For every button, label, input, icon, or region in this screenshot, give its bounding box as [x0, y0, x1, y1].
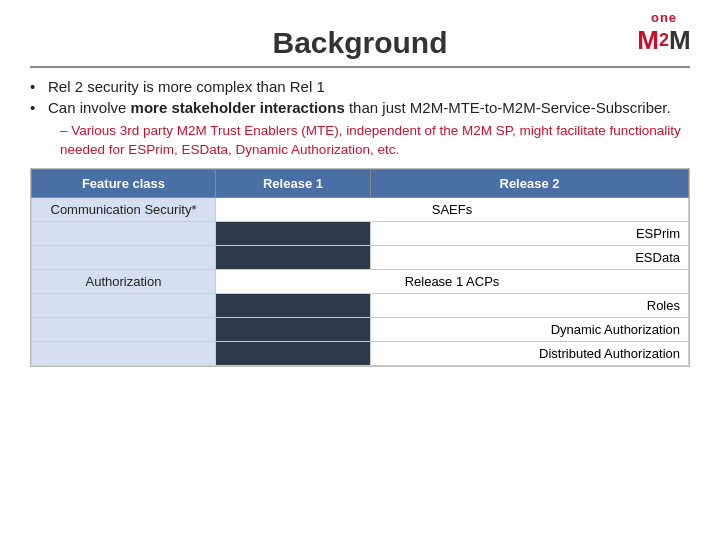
bullet-list: Rel 2 security is more complex than Rel …	[30, 78, 690, 116]
cell-dark-5	[215, 341, 370, 365]
logo-m2-letter: M	[669, 25, 691, 56]
logo-m2m: M 2 M	[628, 25, 700, 56]
table-row: Distributed Authorization	[32, 341, 689, 365]
table-row: Roles	[32, 293, 689, 317]
cell-dark-1	[215, 221, 370, 245]
bullet-1-text: Rel 2 security is more complex than Rel …	[48, 78, 325, 95]
col-header-rel2: Release 2	[371, 169, 689, 197]
bullet-2-bold: more stakeholder interactions	[131, 99, 345, 116]
cell-dark-2	[215, 245, 370, 269]
cell-feature-empty-4	[32, 317, 216, 341]
cell-dark-3	[215, 293, 370, 317]
bullet-1: Rel 2 security is more complex than Rel …	[30, 78, 690, 95]
cell-feature-empty-2	[32, 245, 216, 269]
logo-one: one	[628, 10, 700, 25]
bullet-2: Can involve more stakeholder interaction…	[30, 99, 690, 116]
cell-rel1acps: Release 1 ACPs	[215, 269, 688, 293]
logo-m-letter: M	[637, 25, 659, 56]
logo: one M 2 M	[628, 10, 700, 62]
table-row: Communication Security* SAEFs	[32, 197, 689, 221]
cell-esprim: ESPrim	[371, 221, 689, 245]
bullet-2-after: than just M2M-MTE-to-M2M-Service-Subscri…	[345, 99, 671, 116]
table-row: Dynamic Authorization	[32, 317, 689, 341]
bullet-2-plain: Can involve	[48, 99, 131, 116]
feature-table: Feature class Release 1 Release 2 Commun…	[30, 168, 690, 367]
cell-feature-empty-3	[32, 293, 216, 317]
cell-feature-empty-5	[32, 341, 216, 365]
cell-saefs: SAEFs	[215, 197, 688, 221]
cell-feature-empty-1	[32, 221, 216, 245]
sub-bullet: Various 3rd party M2M Trust Enablers (MT…	[30, 122, 690, 160]
cell-dark-4	[215, 317, 370, 341]
table: Feature class Release 1 Release 2 Commun…	[31, 169, 689, 366]
cell-roles: Roles	[371, 293, 689, 317]
logo-2-number: 2	[659, 30, 669, 51]
cell-feature-1: Communication Security*	[32, 197, 216, 221]
col-header-rel1: Release 1	[215, 169, 370, 197]
cell-distributed-auth: Distributed Authorization	[371, 341, 689, 365]
col-header-feature: Feature class	[32, 169, 216, 197]
table-row: ESPrim	[32, 221, 689, 245]
cell-feature-auth: Authorization	[32, 269, 216, 293]
slide: one M 2 M Background Rel 2 security is m…	[0, 0, 720, 540]
page-title: Background	[30, 26, 690, 60]
table-row: Authorization Release 1 ACPs	[32, 269, 689, 293]
cell-esdata: ESData	[371, 245, 689, 269]
table-header-row: Feature class Release 1 Release 2	[32, 169, 689, 197]
title-divider	[30, 66, 690, 68]
table-row: ESData	[32, 245, 689, 269]
cell-dynamic-auth: Dynamic Authorization	[371, 317, 689, 341]
